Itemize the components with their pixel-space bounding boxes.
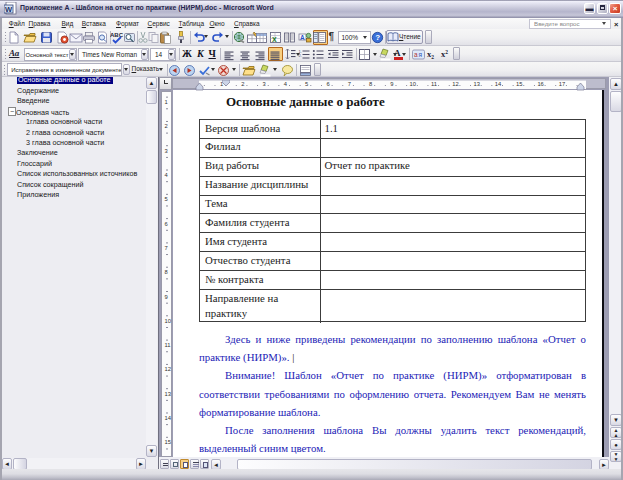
svg-text:?: ? [375,33,380,42]
svg-text:X: X [272,36,277,43]
svg-text:W: W [5,5,13,14]
svg-text:A: A [300,34,305,41]
svg-text:ABC: ABC [110,32,124,38]
svg-text:а: а [414,51,418,58]
svg-text:2.: 2. [298,53,301,58]
svg-text:я: я [418,51,422,58]
